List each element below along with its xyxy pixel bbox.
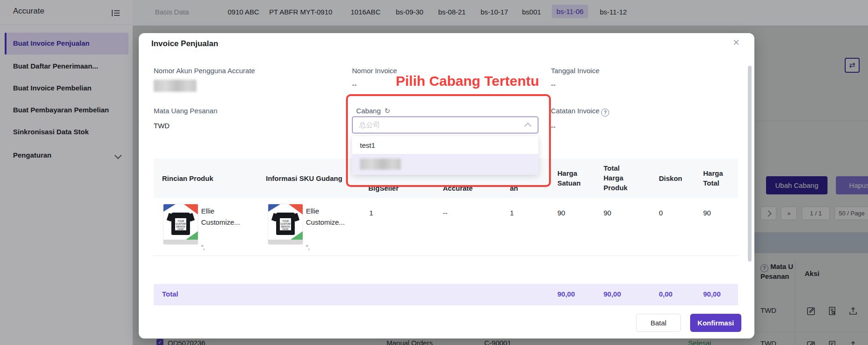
- cancel-button[interactable]: Batal: [636, 314, 681, 332]
- total-label: Total: [162, 290, 178, 298]
- modal-title: Invoice Penjualan: [151, 39, 218, 48]
- header-diskon: Diskon: [659, 173, 682, 183]
- row-divider: [154, 255, 738, 256]
- invoice-penjualan-modal: Invoice Penjualan × Nomor Akun Pengguna …: [139, 33, 754, 338]
- branch-label: Cabang↻: [356, 107, 390, 115]
- header-bigseller: BigSeller: [368, 183, 399, 193]
- product-image: YOUR CUSTOM DESIGN HERE: [163, 204, 198, 245]
- confirm-button[interactable]: Konfirmasi: [690, 314, 741, 332]
- branch-select[interactable]: 总公司: [352, 117, 538, 133]
- banner-blue: [163, 204, 176, 212]
- modal-scrollbar[interactable]: [748, 66, 752, 262]
- invoice-note-value: --: [551, 123, 556, 131]
- close-icon[interactable]: ×: [733, 37, 739, 48]
- branch-dropdown: test1: [352, 136, 538, 175]
- order-currency-label: Mata Uang Pesanan: [154, 107, 217, 115]
- cell-total-product-price: 90: [604, 209, 611, 217]
- total-line-total: 90,00: [703, 290, 721, 298]
- header-jumlah-clipped: ah: [510, 183, 518, 193]
- invoice-number-label: Nomor Invoice: [352, 67, 397, 75]
- total-unit-price: 90,00: [557, 290, 575, 298]
- option-value-redacted: [360, 159, 401, 170]
- invoice-date-value: --: [551, 81, 556, 89]
- sku-name: Ellie Customize...: [306, 206, 351, 228]
- banner-bottom: [268, 240, 303, 244]
- cell-accurate-qty: --: [443, 209, 448, 217]
- banner-bottom: [163, 240, 198, 244]
- cell-discount: 0: [659, 209, 663, 217]
- product-name: Ellie Customize...: [201, 206, 246, 228]
- tshirt-graphic: YOUR CUSTOM DESIGN HERE: [171, 213, 190, 235]
- sku-variant: ",: [306, 244, 310, 251]
- total-discount: 0,00: [659, 290, 672, 298]
- cell-line-total: 90: [703, 209, 711, 217]
- banner-blue: [268, 204, 280, 212]
- chevron-up-icon: [524, 122, 532, 130]
- total-row: [154, 284, 738, 305]
- cell-unit-price: 90: [557, 209, 565, 217]
- refresh-icon[interactable]: ↻: [385, 107, 391, 115]
- question-icon[interactable]: ?: [601, 109, 609, 117]
- product-variant: ",: [201, 244, 205, 251]
- header-accurate: Accurate: [443, 183, 473, 193]
- invoice-number-value: --: [352, 81, 357, 89]
- branch-select-placeholder: 总公司: [359, 121, 525, 130]
- branch-option-redacted[interactable]: [352, 154, 538, 175]
- tshirt-graphic: YOUR CUSTOM DESIGN HERE: [276, 213, 295, 235]
- invoice-date-label: Tanggal Invoice: [551, 67, 599, 75]
- header-rincian-produk: Rincian Produk: [162, 173, 213, 183]
- header-harga-satuan: Harga Satuan: [557, 168, 585, 188]
- cell-qty: 1: [510, 209, 514, 217]
- annotation-text: Pilih Cabang Tertentu: [396, 73, 539, 89]
- total-product-price: 90,00: [604, 290, 621, 298]
- header-total-harga-produk: Total Harga Produk: [604, 163, 633, 193]
- header-harga-total: Harga Total: [703, 168, 727, 188]
- account-label: Nomor Akun Pengguna Accurate: [154, 67, 255, 75]
- header-informasi-sku-gudang: Informasi SKU Gudang: [266, 173, 345, 183]
- cell-bigseller-qty: 1: [369, 209, 373, 217]
- account-value-redacted: [154, 80, 197, 92]
- branch-option-test1[interactable]: test1: [352, 136, 538, 154]
- invoice-note-label: Catatan Invoice ?: [551, 107, 609, 117]
- sku-image: YOUR CUSTOM DESIGN HERE: [268, 204, 303, 245]
- order-currency-value: TWD: [154, 122, 170, 130]
